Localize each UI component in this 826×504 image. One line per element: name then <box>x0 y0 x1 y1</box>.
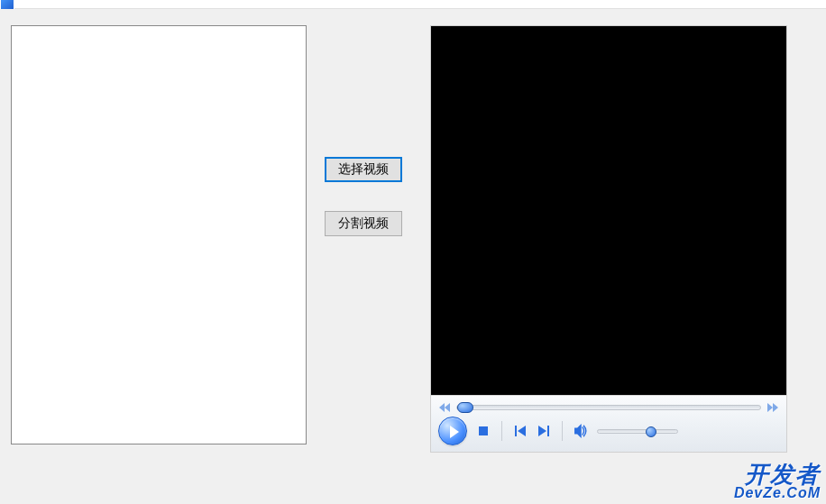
main-area: 选择视频 分割视频 <box>0 9 826 504</box>
seek-row <box>438 401 779 414</box>
select-video-button[interactable]: 选择视频 <box>325 157 402 182</box>
watermark: 开发者 DevZe.CoM <box>734 463 821 500</box>
next-button[interactable] <box>537 424 551 438</box>
media-player <box>430 25 787 453</box>
player-controls <box>431 395 786 452</box>
rewind-button[interactable] <box>438 403 451 412</box>
play-button[interactable] <box>438 417 467 445</box>
watermark-line2: DevZe.CoM <box>734 486 821 500</box>
volume-icon[interactable] <box>574 424 588 438</box>
volume-thumb[interactable] <box>646 426 656 437</box>
stop-button[interactable] <box>476 424 491 438</box>
watermark-line1: 开发者 <box>734 463 821 486</box>
fast-forward-button[interactable] <box>766 403 779 412</box>
window-title-bar <box>0 0 826 9</box>
video-display-area[interactable] <box>431 26 786 397</box>
split-video-button[interactable]: 分割视频 <box>325 211 402 236</box>
file-list-panel[interactable] <box>11 25 307 444</box>
separator <box>562 421 563 441</box>
seek-thumb[interactable] <box>457 402 473 413</box>
volume-slider[interactable] <box>597 429 678 434</box>
previous-button[interactable] <box>513 424 528 438</box>
seek-slider[interactable] <box>456 405 761 410</box>
separator <box>501 421 502 441</box>
transport-row <box>438 416 779 446</box>
